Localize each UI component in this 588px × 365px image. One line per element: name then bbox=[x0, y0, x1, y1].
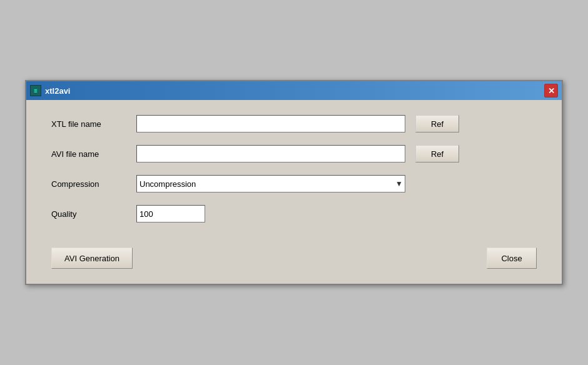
main-window: ≡ xtl2avi ✕ XTL file name Ref AVI file n… bbox=[25, 80, 563, 285]
avi-file-input[interactable] bbox=[136, 145, 405, 162]
quality-input[interactable] bbox=[136, 205, 205, 222]
title-bar: ≡ xtl2avi ✕ bbox=[26, 81, 562, 100]
close-button[interactable]: Close bbox=[487, 248, 537, 269]
quality-row: Quality bbox=[51, 205, 537, 222]
avi-ref-button[interactable]: Ref bbox=[415, 145, 459, 162]
window-close-button[interactable]: ✕ bbox=[544, 84, 558, 98]
app-icon: ≡ bbox=[30, 85, 41, 96]
bottom-row: AVI Generation Close bbox=[51, 241, 537, 269]
xtl-file-label: XTL file name bbox=[51, 119, 126, 129]
xtl-file-row: XTL file name Ref bbox=[51, 115, 537, 132]
quality-label: Quality bbox=[51, 209, 126, 219]
xtl-ref-button[interactable]: Ref bbox=[415, 115, 459, 132]
window-title: xtl2avi bbox=[45, 86, 70, 96]
compression-label: Compression bbox=[51, 179, 126, 189]
title-bar-left: ≡ xtl2avi bbox=[30, 85, 70, 96]
avi-generation-button[interactable]: AVI Generation bbox=[51, 248, 133, 269]
compression-select-wrapper: Uncompression ▼ bbox=[136, 175, 405, 192]
window-body: XTL file name Ref AVI file name Ref Comp… bbox=[26, 100, 562, 284]
xtl-file-input[interactable] bbox=[136, 115, 405, 132]
avi-file-label: AVI file name bbox=[51, 149, 126, 159]
compression-select[interactable]: Uncompression bbox=[136, 175, 405, 192]
avi-file-row: AVI file name Ref bbox=[51, 145, 537, 162]
compression-row: Compression Uncompression ▼ bbox=[51, 175, 537, 192]
